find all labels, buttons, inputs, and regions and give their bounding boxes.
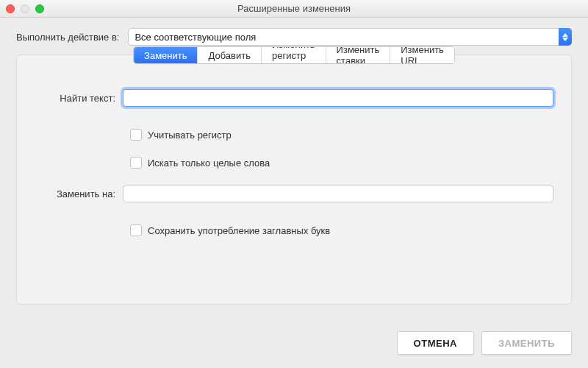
whole-words-row: Искать только целые слова [130,157,553,169]
action-scope-label: Выполнить действие в: [16,32,119,43]
replace-input[interactable] [123,185,553,202]
preserve-caps-checkbox[interactable] [130,224,142,236]
find-label: Найти текст: [35,93,123,104]
match-case-row: Учитывать регистр [130,129,553,141]
whole-words-checkbox[interactable] [130,157,142,169]
svg-marker-1 [562,38,568,41]
svg-marker-0 [562,33,568,37]
preserve-caps-row: Сохранить употребление заглавных букв [130,224,553,236]
match-case-label: Учитывать регистр [148,130,232,141]
submit-button[interactable]: ЗАМЕНИТЬ [481,331,572,355]
replace-row: Заменить на: [35,185,553,202]
tab-replace[interactable]: Заменить [134,47,198,63]
close-icon[interactable] [6,4,15,13]
window-title: Расширенные изменения [237,3,351,14]
minimize-icon [21,4,29,13]
find-row: Найти текст: [35,89,553,107]
chevron-up-down-icon [559,28,572,46]
match-case-checkbox[interactable] [130,129,142,141]
cancel-button[interactable]: ОТМЕНА [397,331,474,355]
zoom-icon[interactable] [35,4,44,13]
whole-words-label: Искать только целые слова [148,158,270,169]
find-input[interactable] [123,89,553,107]
tabbar: Заменить Добавить Изменить регистр текст… [133,46,455,64]
titlebar: Расширенные изменения [0,0,588,18]
replace-label: Заменить на: [35,188,123,199]
tab-change-case[interactable]: Изменить регистр текста [262,47,326,63]
main-panel: Заменить Добавить Изменить регистр текст… [16,54,572,305]
action-scope-select[interactable]: Все соответствующие поля [128,28,572,46]
action-scope-value: Все соответствующие поля [135,32,256,43]
tab-add[interactable]: Добавить [198,47,262,63]
preserve-caps-label: Сохранить употребление заглавных букв [148,225,330,236]
footer-buttons: ОТМЕНА ЗАМЕНИТЬ [397,331,572,355]
tab-change-bids[interactable]: Изменить ставки [326,47,391,63]
window-controls [6,4,44,13]
tab-change-url[interactable]: Изменить URL [390,47,454,63]
